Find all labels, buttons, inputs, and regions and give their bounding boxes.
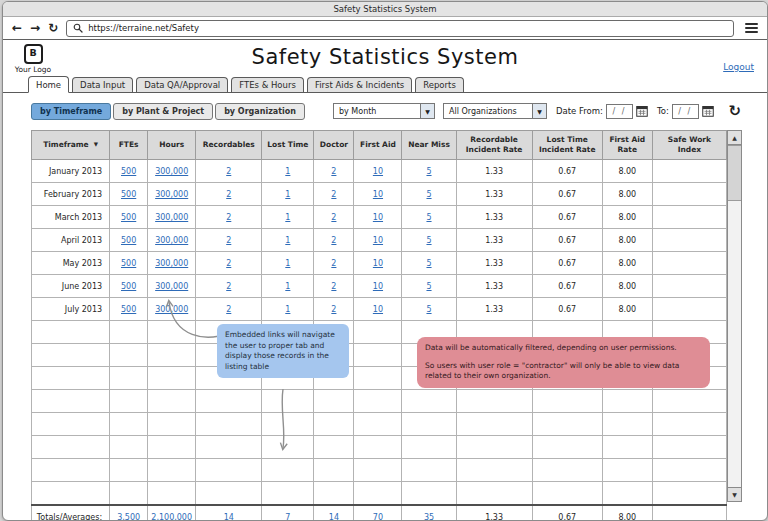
cell-link[interactable]: 300,000 [155,213,188,222]
cell-link[interactable]: 1 [285,259,290,268]
refresh-icon[interactable]: ↻ [728,104,741,119]
back-icon[interactable]: ← [12,22,22,34]
cell-link[interactable]: 1 [285,190,290,199]
cell-link[interactable]: 2 [226,190,231,199]
cell-link[interactable]: 5 [426,282,431,291]
column-header[interactable]: First Aid [354,131,402,160]
cell-link[interactable]: 10 [373,236,383,245]
column-header[interactable]: Recordable Incident Rate [456,131,532,160]
cell-link[interactable]: 2 [226,305,231,314]
cell-link[interactable]: 2 [331,282,336,291]
date-from-input[interactable]: / / [606,104,633,119]
cell-link[interactable]: 500 [121,282,136,291]
tab-reports[interactable]: Reports [415,77,464,92]
table-scrollbar[interactable]: ▲ ▼ [727,130,742,502]
calendar-icon[interactable] [702,105,714,117]
by-organization-button[interactable]: by Organization [215,103,305,120]
cell-link[interactable]: 2 [331,167,336,176]
cell-link[interactable]: 300,000 [155,305,188,314]
cell-link[interactable]: 14 [329,513,339,521]
cell-link[interactable]: 10 [373,213,383,222]
organization-select[interactable]: All Organizations ▼ [443,103,547,119]
table-row: June 2013500300,0002121051.330.678.00 [32,275,727,298]
cell-link[interactable]: 2,100,000 [151,513,192,521]
scrollbar-thumb[interactable] [728,145,741,201]
cell-link[interactable]: 300,000 [155,236,188,245]
cell-link[interactable]: 2 [331,190,336,199]
scroll-down-icon[interactable]: ▼ [728,487,741,501]
cell-link[interactable]: 70 [373,513,383,521]
column-header[interactable]: Timeframe▼ [32,131,110,160]
url-bar[interactable]: https://terraine.net/Safety [66,20,734,37]
column-header[interactable]: Recordables [196,131,262,160]
cell-link[interactable]: 1 [285,167,290,176]
date-to-input[interactable]: / / [672,104,699,119]
column-header[interactable]: Near Miss [402,131,456,160]
by-timeframe-button[interactable]: by Timeframe [31,103,111,120]
cell-link[interactable]: 5 [426,190,431,199]
cell-link[interactable]: 3,500 [117,513,140,521]
cell-link[interactable]: 2 [331,213,336,222]
cell-link[interactable]: 1 [285,282,290,291]
cell-link[interactable]: 14 [224,513,234,521]
column-header[interactable]: Hours [148,131,196,160]
cell-link[interactable]: 300,000 [155,259,188,268]
cell-link[interactable]: 500 [121,213,136,222]
menu-icon[interactable] [745,23,758,33]
scroll-up-icon[interactable]: ▲ [728,131,741,145]
tab-first-aids-incidents[interactable]: First Aids & Incidents [307,77,412,92]
cell-link[interactable]: 2 [331,259,336,268]
cell-link[interactable]: 2 [226,259,231,268]
cell-link[interactable]: 300,000 [155,190,188,199]
by-plant-project-button[interactable]: by Plant & Project [113,103,213,120]
cell-link[interactable]: 5 [426,236,431,245]
cell-link[interactable]: 2 [226,282,231,291]
tab-ftes-hours[interactable]: FTEs & Hours [231,77,304,92]
cell-link[interactable]: 7 [285,513,290,521]
cell-link[interactable]: 500 [121,305,136,314]
cell-link[interactable]: 10 [373,282,383,291]
cell-link[interactable]: 35 [424,513,434,521]
chevron-down-icon[interactable]: ▼ [532,104,546,118]
cell-link[interactable]: 2 [331,305,336,314]
tab-data-input[interactable]: Data Input [72,77,133,92]
cell-link[interactable]: 300,000 [155,282,188,291]
cell-link[interactable]: 1 [285,213,290,222]
cell-link[interactable]: 1 [285,236,290,245]
column-header[interactable]: First Aid Rate [602,131,652,160]
chevron-down-icon[interactable]: ▼ [420,104,434,118]
cell-link[interactable]: 1 [285,305,290,314]
tab-home[interactable]: Home [28,76,69,93]
sort-desc-icon[interactable]: ▼ [94,141,98,147]
column-header[interactable]: Lost Time [262,131,314,160]
note-text: Embedded links will navigate the user to… [225,330,341,372]
column-header[interactable]: Safe Work Index [652,131,726,160]
cell-link[interactable]: 5 [426,167,431,176]
reload-icon[interactable]: ↻ [48,22,58,34]
cell-link[interactable]: 10 [373,190,383,199]
calendar-icon[interactable] [636,105,648,117]
cell-link[interactable]: 2 [226,213,231,222]
cell-link[interactable]: 2 [226,236,231,245]
cell-link[interactable]: 2 [226,167,231,176]
cell-link[interactable]: 5 [426,213,431,222]
cell-link[interactable]: 10 [373,167,383,176]
cell-link[interactable]: 5 [426,259,431,268]
cell-link[interactable]: 300,000 [155,167,188,176]
cell-link[interactable]: 5 [426,305,431,314]
column-header[interactable]: FTEs [110,131,148,160]
cell-link[interactable]: 2 [331,236,336,245]
logout-link[interactable]: Logout [723,62,754,72]
column-header[interactable]: Doctor [314,131,354,160]
tab-data-qa-approval[interactable]: Data QA/Approval [136,77,228,92]
cell-link[interactable]: 10 [373,305,383,314]
month-select[interactable]: by Month ▼ [333,103,435,119]
cell-link[interactable]: 500 [121,259,136,268]
cell-link[interactable]: 10 [373,259,383,268]
cell-link[interactable]: 500 [121,190,136,199]
cell-link[interactable]: 500 [121,236,136,245]
organization-select-value: All Organizations [444,107,532,116]
forward-icon[interactable]: → [30,22,40,34]
column-header[interactable]: Lost Time Incident Rate [532,131,602,160]
cell-link[interactable]: 500 [121,167,136,176]
